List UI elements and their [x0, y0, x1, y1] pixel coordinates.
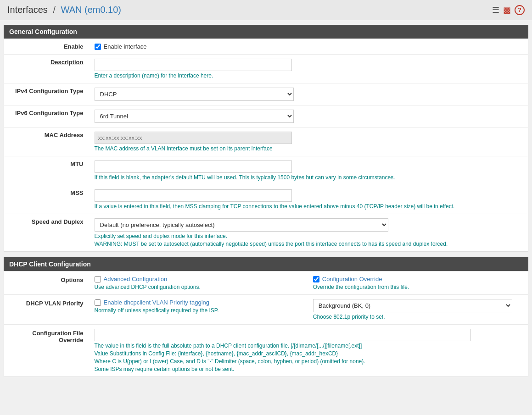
vlan-priority-checkbox-row: Enable dhcpclient VLAN Priority tagging [95, 299, 304, 306]
options-value-cell: Advanced Configuration Use advanced DHCP… [89, 271, 528, 295]
mss-hint: If a value is entered in this field, the… [95, 203, 523, 210]
vlan-priority-label: DHCP VLAN Priority [4, 295, 89, 325]
vlan-priority-enable-label: Enable dhcpclient VLAN Priority tagging [104, 299, 210, 306]
help-icon[interactable]: ? [515, 5, 525, 15]
adv-config-col: Advanced Configuration Use advanced DHCP… [95, 276, 304, 290]
ipv6-value-cell: 6rd Tunnel Static DHCPv6 None [89, 105, 528, 127]
vlan-priority-checkbox[interactable] [95, 299, 101, 306]
config-file-input[interactable]: /var/etc/dhclient.conf [95, 329, 471, 341]
config-file-hint3: Where C is U(pper) or L(ower) Case, and … [95, 358, 523, 365]
config-file-value-cell: /var/etc/dhclient.conf The value in this… [89, 325, 528, 377]
adv-config-checkbox-row: Advanced Configuration [95, 276, 304, 282]
priority-select[interactable]: Background (BK, 0) Best Effort (BE, 1) V… [313, 299, 512, 312]
dhcp-config-title: DHCP Client Configuration [9, 260, 91, 268]
config-file-row: Configuration File Override /var/etc/dhc… [4, 325, 528, 377]
mac-value-cell: The MAC address of a VLAN interface must… [89, 127, 528, 156]
vlan-priority-row: DHCP VLAN Priority Enable dhcpclient VLA… [4, 295, 528, 325]
enable-interface-label: Enable interface [104, 43, 147, 50]
enable-row: Enable Enable interface [4, 39, 528, 55]
config-file-hint4: Some ISPs may require certain options be… [95, 366, 523, 372]
enable-interface-checkbox[interactable] [95, 44, 101, 50]
ipv4-row: IPv4 Configuration Type DHCP Static PPPo… [4, 83, 528, 105]
general-config-title: General Configuration [9, 28, 77, 35]
config-file-label: Configuration File Override [4, 325, 89, 377]
speed-duplex-hint1: Explicitly set speed and duplex mode for… [95, 233, 523, 239]
description-value-cell: WAN Enter a description (name) for the i… [89, 55, 528, 83]
adv-config-hint: Use advanced DHCP configuration options. [95, 284, 304, 290]
mss-row: MSS If a value is entered in this field,… [4, 185, 528, 214]
ipv6-label: IPv6 Configuration Type [4, 105, 89, 127]
config-override-label: Configuration Override [322, 276, 382, 282]
breadcrumb-interfaces[interactable]: Interfaces [7, 5, 48, 15]
adv-config-label: Advanced Configuration [104, 276, 168, 282]
ipv4-select[interactable]: DHCP Static PPPoE None [95, 88, 294, 101]
sliders-icon[interactable]: ☰ [492, 5, 499, 15]
speed-duplex-value-cell: Default (no preference, typically autose… [89, 214, 528, 252]
priority-hint: Choose 802.1p priority to set. [313, 314, 522, 320]
mtu-hint: If this field is blank, the adapter's de… [95, 174, 523, 181]
vlan-priority-cols: Enable dhcpclient VLAN Priority tagging … [95, 299, 523, 320]
mtu-row: MTU If this field is blank, the adapter'… [4, 156, 528, 185]
speed-duplex-hint2: WARNING: MUST be set to autoselect (auto… [95, 241, 523, 247]
main-content: General Configuration Enable Enable inte… [0, 25, 532, 384]
mss-value-cell: If a value is entered in this field, the… [89, 185, 528, 214]
config-override-col: Configuration Override Override the conf… [304, 276, 522, 290]
speed-duplex-label: Speed and Duplex [4, 214, 89, 252]
enable-value-cell: Enable interface [89, 39, 528, 55]
config-override-checkbox[interactable] [313, 276, 319, 282]
options-label: Options [4, 271, 89, 295]
ipv4-value-cell: DHCP Static PPPoE None [89, 83, 528, 105]
page-header: Interfaces / WAN (em0.10) ☰ ▩ ? [0, 0, 532, 20]
speed-duplex-row: Speed and Duplex Default (no preference,… [4, 214, 528, 252]
enable-checkbox-row: Enable interface [95, 43, 523, 50]
page-title: Interfaces / WAN (em0.10) [7, 5, 121, 15]
mtu-label: MTU [4, 156, 89, 185]
wan-title: WAN (em0.10) [61, 5, 122, 15]
options-row: Options Advanced Configuration Use advan… [4, 271, 528, 295]
description-input[interactable]: WAN [95, 59, 292, 71]
config-override-checkbox-row: Configuration Override [313, 276, 522, 282]
mac-input[interactable] [95, 132, 292, 144]
config-file-hint1: The value in this field is the full abso… [95, 343, 523, 349]
general-config-table: Enable Enable interface Description WAN … [4, 39, 528, 252]
mss-input[interactable] [95, 189, 292, 202]
config-file-hint2: Value Substitutions in Config File: {int… [95, 350, 523, 357]
general-config-header: General Configuration [4, 25, 528, 39]
mtu-input[interactable] [95, 160, 292, 173]
config-override-hint: Override the configuration from this fil… [313, 284, 522, 290]
options-columns: Advanced Configuration Use advanced DHCP… [95, 276, 523, 290]
description-hint: Enter a description (name) for the inter… [95, 72, 523, 79]
dhcp-config-table: Options Advanced Configuration Use advan… [4, 271, 528, 377]
mtu-value-cell: If this field is blank, the adapter's de… [89, 156, 528, 185]
ipv6-select[interactable]: 6rd Tunnel Static DHCPv6 None [95, 110, 294, 123]
adv-config-checkbox[interactable] [95, 276, 101, 282]
vlan-priority-value-cell: Enable dhcpclient VLAN Priority tagging … [89, 295, 528, 325]
ipv6-row: IPv6 Configuration Type 6rd Tunnel Stati… [4, 105, 528, 127]
breadcrumb-separator: / [53, 5, 56, 15]
enable-label: Enable [4, 39, 89, 55]
description-row: Description WAN Enter a description (nam… [4, 55, 528, 83]
ipv4-label: IPv4 Configuration Type [4, 83, 89, 105]
mac-hint: The MAC address of a VLAN interface must… [95, 145, 523, 152]
mac-label: MAC Address [4, 127, 89, 156]
header-icons: ☰ ▩ ? [492, 5, 525, 15]
dhcp-config-header: DHCP Client Configuration [4, 257, 528, 271]
speed-duplex-select[interactable]: Default (no preference, typically autose… [95, 218, 388, 232]
mac-row: MAC Address The MAC address of a VLAN in… [4, 127, 528, 156]
description-label: Description [4, 55, 89, 83]
vlan-priority-right: Background (BK, 0) Best Effort (BE, 1) V… [313, 299, 522, 320]
vlan-priority-left: Enable dhcpclient VLAN Priority tagging … [95, 299, 304, 320]
bar-chart-icon[interactable]: ▩ [503, 5, 511, 15]
mss-label: MSS [4, 185, 89, 214]
vlan-priority-hint: Normally off unless specifically require… [95, 307, 304, 314]
